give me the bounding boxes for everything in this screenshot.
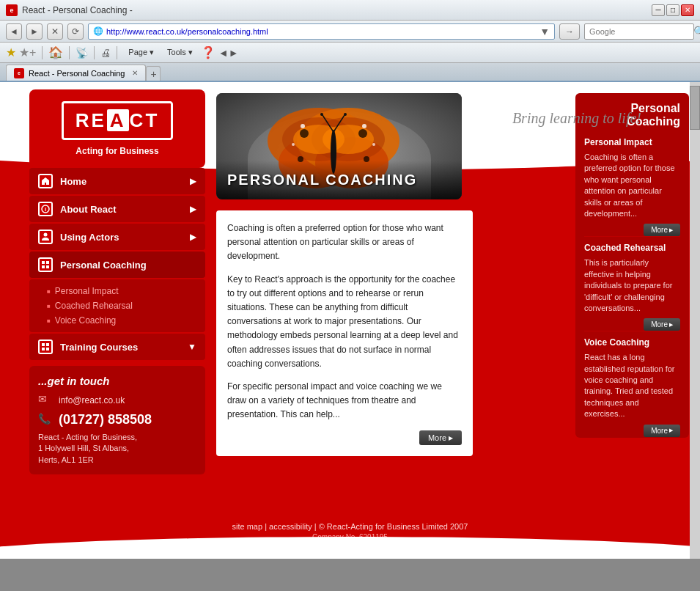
svg-rect-6	[46, 265, 49, 268]
sub-item-voice[interactable]: Voice Coaching	[47, 313, 196, 328]
svg-rect-9	[42, 348, 45, 350]
page-menu-button[interactable]: Page ▾	[123, 45, 159, 59]
training-nav-icon	[38, 339, 53, 354]
new-tab-button[interactable]: +	[146, 66, 161, 81]
contact-box: ...get in touch ✉ info@react.co.uk 📞 (01…	[29, 366, 205, 474]
sub-item-rehearsal[interactable]: Coached Rehearsal	[47, 298, 196, 313]
window-title: React - Personal Coaching -	[22, 5, 133, 15]
toolbar-separator-2	[69, 46, 70, 59]
right-section-rehearsal-title: Coached Rehearsal	[584, 243, 680, 253]
sub-label-voice: Voice Coaching	[55, 315, 116, 326]
right-sidebar: Personal Coaching Personal Impact Coachi…	[575, 93, 689, 438]
sub-item-impact[interactable]: Personal Impact	[47, 284, 196, 298]
sub-label-impact: Personal Impact	[55, 286, 119, 296]
svg-text:i: i	[45, 206, 46, 213]
rss-icon[interactable]: 📡	[75, 47, 88, 59]
main-more-button[interactable]: More	[419, 430, 462, 445]
svg-point-18	[323, 125, 374, 154]
forward-button[interactable]: ►	[26, 23, 43, 40]
hero-title: PERSONAL COACHING	[227, 172, 417, 188]
add-favorites-icon[interactable]: ★+	[19, 45, 36, 59]
content-para-3: For specific personal impact and voice c…	[227, 380, 462, 422]
hero-image: PERSONAL COACHING	[216, 93, 462, 199]
address-bar-icon: 🌐	[93, 26, 103, 36]
nav-arrow-home: ▶	[190, 176, 196, 186]
home-nav-icon	[38, 174, 53, 188]
maximize-button[interactable]: □	[666, 4, 679, 16]
back-button[interactable]: ◄	[6, 23, 22, 40]
logo-react-text: REACT	[75, 109, 160, 131]
refresh-button[interactable]: ⟳	[67, 23, 84, 40]
address-input[interactable]	[106, 27, 539, 36]
search-input[interactable]	[589, 27, 690, 36]
search-bar[interactable]: 🔍	[584, 23, 694, 40]
right-more-button-voice[interactable]: More	[644, 425, 680, 437]
svg-point-19	[300, 129, 309, 138]
right-section-impact-title: Personal Impact	[584, 137, 680, 147]
stop-button[interactable]: ✕	[47, 23, 63, 40]
print-icon[interactable]: 🖨	[100, 47, 111, 59]
footer-links: site map | accessibility | © React-Actin…	[0, 522, 700, 531]
title-bar: e React - Personal Coaching - ─ □ ✕	[0, 0, 700, 21]
right-more-button-rehearsal[interactable]: More	[644, 318, 680, 331]
address-bar[interactable]: 🌐 ▼	[88, 23, 555, 40]
nav-bar: ◄ ► ✕ ⟳ 🌐 ▼ → 🔍	[0, 21, 700, 43]
svg-point-23	[301, 124, 305, 128]
go-button[interactable]: →	[559, 23, 580, 40]
nav-label-training: Training Courses	[60, 342, 188, 353]
tab-bar: e React - Personal Coaching ✕ +	[0, 63, 700, 82]
svg-point-30	[320, 113, 323, 116]
content-para-1: Coaching is often a preferred option for…	[227, 221, 462, 264]
sub-menu-coaching: Personal Impact Coached Rehearsal Voice …	[29, 279, 205, 332]
home-icon[interactable]: 🏠	[48, 45, 63, 59]
hero-overlay: PERSONAL COACHING	[216, 161, 462, 199]
toolbar-separator	[42, 46, 43, 59]
email-icon: ✉	[38, 393, 53, 408]
browser-icon: e	[6, 4, 18, 16]
svg-rect-3	[42, 261, 45, 264]
nav-item-coaching[interactable]: Personal Coaching	[29, 252, 205, 278]
toolbar: ★ ★+ 🏠 📡 🖨 Page ▾ Tools ▾ ❓ ◄►	[0, 43, 700, 63]
scrollbar-thumb[interactable]	[690, 86, 700, 130]
svg-point-20	[358, 129, 367, 138]
contact-title: ...get in touch	[38, 375, 196, 387]
nav-label-about: About React	[60, 204, 190, 215]
nav-item-actors[interactable]: Using Actors ▶	[29, 224, 205, 250]
tab-close-button[interactable]: ✕	[132, 69, 138, 77]
sub-label-rehearsal: Coached Rehearsal	[55, 301, 133, 311]
footer-area: site map | accessibility | © React-Actin…	[0, 515, 700, 559]
tab-favicon: e	[14, 68, 24, 78]
tagline-text: Bring learning to life!	[512, 110, 641, 126]
contact-email[interactable]: info@react.co.uk	[59, 395, 125, 405]
right-section-voice: Voice Coaching React has a long establis…	[584, 337, 680, 419]
help-icon[interactable]: ❓	[201, 45, 215, 59]
tools-menu-button[interactable]: Tools ▾	[162, 45, 198, 59]
nav-arrow-about: ▶	[190, 204, 196, 214]
right-more-button-impact[interactable]: More	[644, 224, 680, 236]
about-nav-icon: i	[38, 202, 53, 216]
favorites-star-icon[interactable]: ★	[6, 45, 16, 59]
nav-arrow-training: ▼	[188, 342, 196, 352]
nav-item-training[interactable]: Training Courses ▼	[29, 334, 205, 360]
content-area: Coaching is often a preferred option for…	[216, 210, 473, 456]
close-button[interactable]: ✕	[681, 4, 694, 16]
nav-item-about[interactable]: i About React ▶	[29, 196, 205, 222]
toolbar-separator-4	[117, 46, 117, 59]
right-section-rehearsal-text: This is particularly effective in helpin…	[584, 257, 680, 314]
search-icon[interactable]: 🔍	[693, 26, 700, 37]
right-section-voice-title: Voice Coaching	[584, 337, 680, 348]
nav-arrows-icon[interactable]: ◄►	[218, 47, 239, 59]
svg-rect-7	[42, 343, 45, 346]
tab-label: React - Personal Coaching	[29, 69, 125, 78]
sidebar: REACT Acting for Business Home ▶ i	[29, 89, 205, 474]
nav-label-home: Home	[60, 176, 190, 187]
minimize-button[interactable]: ─	[652, 4, 665, 16]
scrollbar[interactable]	[690, 82, 700, 559]
main-tab[interactable]: e React - Personal Coaching ✕	[6, 65, 146, 81]
nav-item-home[interactable]: Home ▶	[29, 168, 205, 194]
phone-icon: 📞	[38, 413, 53, 427]
address-go-icon[interactable]: ▼	[539, 26, 550, 37]
main-content: PERSONAL COACHING Coaching is often a pr…	[216, 93, 473, 456]
nav-label-actors: Using Actors	[60, 232, 190, 243]
right-divider-1	[584, 236, 680, 237]
